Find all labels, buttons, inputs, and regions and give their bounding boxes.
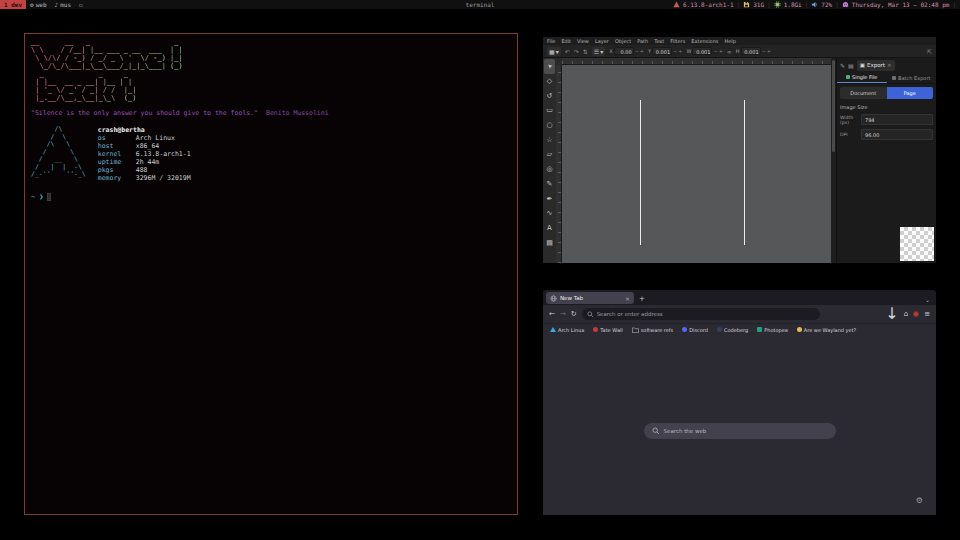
text-tool[interactable]: A [544, 221, 555, 236]
personalize-gear-icon[interactable]: ⚙ [916, 496, 923, 505]
rotate-ccw-icon[interactable]: ↶ [565, 48, 570, 55]
bookmark-codeberg[interactable]: Codeberg [717, 327, 748, 333]
bookmark-folder-software-refs[interactable]: software refs [632, 327, 673, 333]
back-button[interactable]: ← [549, 310, 555, 318]
inkscape-window: File Edit View Layer Object Path Text Fi… [543, 37, 936, 263]
arch-ascii-logo: /\ / \ /\ \ / \ / __ \ / | | -\ /_-'' ''… [31, 126, 86, 182]
tab-close-icon[interactable]: × [625, 295, 630, 302]
list-tabs-chevron-icon[interactable]: ⌄ [925, 296, 930, 303]
downloads-button[interactable]: ↓ [885, 311, 898, 318]
menu-object[interactable]: Object [615, 38, 631, 44]
chevron-down-icon: ▾ [600, 48, 603, 55]
inkscape-canvas[interactable] [562, 65, 831, 263]
fetch-info: crash@bertha osArch Linux hostx86_64 ker… [98, 126, 191, 182]
selection-mode-dropdown[interactable]: ▦▾ [547, 47, 561, 56]
list-icon: ☰ [594, 48, 599, 55]
export-page-button[interactable]: Page [887, 87, 934, 99]
empty-square-icon: ☐ [79, 0, 83, 9]
workspace-mus[interactable]: ♪ mus [51, 0, 75, 9]
menu-edit[interactable]: Edit [561, 38, 571, 44]
gradient-tool[interactable]: ▤ [544, 235, 555, 250]
workspace-web[interactable]: ⚙ web [26, 0, 50, 9]
export-document-button[interactable]: Document [840, 87, 887, 99]
shell-prompt[interactable]: ~ ❯ [31, 193, 511, 201]
menu-view[interactable]: View [577, 38, 589, 44]
raise-lower-icon[interactable]: ⇅ [583, 48, 588, 55]
forward-button[interactable]: → [560, 310, 566, 318]
bookmark-tate-wall[interactable]: Tate Wall [593, 327, 622, 333]
rotate-cw-icon[interactable]: ↷ [574, 48, 579, 55]
bookmark-photopea[interactable]: Photopea [757, 327, 788, 333]
workspace-empty[interactable]: ☐ [75, 0, 87, 9]
memory-status: 1.8Gi [784, 1, 802, 8]
node-editor-tool[interactable]: ◇ [544, 74, 555, 89]
ellipse-tool[interactable]: ○ [544, 118, 555, 133]
workspace-dev-label: 1 dev [4, 0, 22, 9]
star-tool[interactable]: ☆ [544, 132, 555, 147]
menu-extensions[interactable]: Extensions [691, 38, 718, 44]
snap-controls-icon[interactable]: ⇱ [927, 48, 932, 55]
image-size-label: Image Size [840, 104, 933, 110]
workspace-mus-label: mus [60, 0, 71, 9]
speaker-icon [811, 1, 818, 8]
menu-filters[interactable]: Filters [670, 38, 685, 44]
shape-builder-tool[interactable]: ↺ [544, 88, 555, 103]
active-tab[interactable]: New Tab × [546, 292, 634, 304]
tate-wall-icon [593, 327, 598, 332]
dpi-field-row: DPI 96.00 [840, 129, 933, 140]
spiral-tool[interactable]: ◎ [544, 162, 555, 177]
home-button[interactable]: ⌂ [904, 310, 908, 318]
lock-ratio-icon[interactable]: ∞ [727, 48, 732, 55]
address-bar[interactable]: Search or enter address [582, 308, 820, 320]
grid-icon: ▦ [549, 48, 555, 55]
menu-layer[interactable]: Layer [595, 38, 609, 44]
pencil-tool[interactable]: ✎ [544, 177, 555, 192]
export-dock-tab[interactable]: ▣ Export × [857, 60, 895, 71]
close-icon[interactable]: × [887, 62, 892, 68]
search-icon [652, 427, 660, 435]
bookmark-discord[interactable]: Discord [682, 327, 708, 333]
fetch-user-host: crash@bertha [98, 126, 191, 134]
pen-tool[interactable]: ✒ [544, 191, 555, 206]
globe-icon [550, 295, 557, 302]
bookmark-arch-linux[interactable]: Arch Linux [550, 327, 584, 333]
align-dropdown[interactable]: ☰▾ [592, 47, 605, 56]
reload-button[interactable]: ↻ [571, 310, 577, 318]
menu-help[interactable]: Help [724, 38, 735, 44]
fetch-row-kernel: kernel6.13.8-arch1-1 [98, 150, 191, 158]
fetch-row-os: osArch Linux [98, 134, 191, 142]
datetime-status: Thursday, Mar 13 — 02:48 pm [852, 1, 950, 8]
extension-icon[interactable] [913, 311, 919, 317]
box-3d-tool[interactable]: ▱ [544, 147, 555, 162]
x-spinbox[interactable]: X0.00−+ [609, 47, 644, 55]
y-spinbox[interactable]: Y0.001−+ [648, 47, 682, 55]
fetch-row-host: hostx86_64 [98, 142, 191, 150]
memory-chip-icon [774, 1, 781, 8]
pencil-dock-icon[interactable]: ✎ [840, 62, 845, 69]
menu-file[interactable]: File [547, 38, 555, 44]
spiral-icon: ◎ [546, 165, 552, 173]
menu-button[interactable]: ≡ [924, 310, 930, 318]
web-search-bar[interactable]: Search the web [644, 423, 836, 439]
scrollbar-thumb[interactable] [832, 60, 835, 152]
w-spinbox[interactable]: W0.001−+ [687, 47, 723, 55]
bookmarks-bar: Arch Linux Tate Wall software refs Disco… [543, 323, 936, 335]
tab-batch-export[interactable]: Batch Export [887, 72, 937, 83]
prompt-path: ~ [31, 193, 35, 201]
calligraphy-tool[interactable]: ∿ [544, 206, 555, 221]
fetch-row-pkgs: pkgs488 [98, 166, 191, 174]
terminal-window[interactable]: __ __ _ _ \ \ / /__| |__ ___ _ __ ___ | … [24, 33, 518, 515]
rectangle-tool[interactable]: ▭ [544, 103, 555, 118]
tab-single-file[interactable]: Single File [837, 72, 887, 83]
selector-tool[interactable]: ➤ [544, 59, 555, 74]
menu-path[interactable]: Path [637, 38, 648, 44]
node-icon: ◇ [547, 77, 552, 85]
new-tab-button[interactable]: + [639, 295, 645, 303]
workspace-dev[interactable]: 1 dev [0, 0, 26, 9]
h-spinbox[interactable]: H0.001−+ [736, 47, 771, 55]
bookmark-wayland[interactable]: Are we Wayland yet? [797, 327, 856, 333]
menu-text[interactable]: Text [654, 38, 664, 44]
dpi-input[interactable]: 96.00 [861, 129, 933, 140]
swatches-dock-icon[interactable]: ▤ [848, 62, 854, 69]
width-input[interactable]: 794 [861, 114, 933, 125]
